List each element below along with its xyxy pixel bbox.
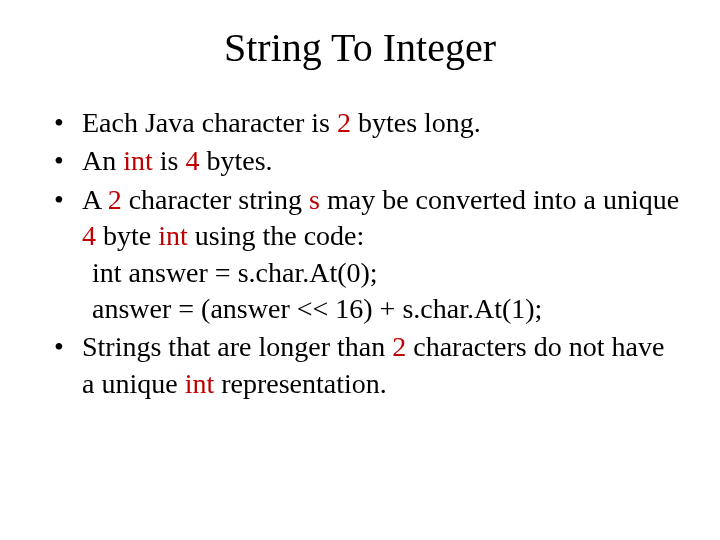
text: representation.	[214, 368, 387, 399]
highlight-number: 2	[108, 184, 122, 215]
highlight-keyword: int	[123, 145, 153, 176]
slide: String To Integer Each Java character is…	[0, 0, 720, 540]
highlight-keyword: int	[185, 368, 215, 399]
bullet-3: A 2 character string s may be converted …	[54, 182, 680, 328]
text: character string	[122, 184, 309, 215]
bullet-list: Each Java character is 2 bytes long. An …	[54, 105, 680, 402]
text: using the code:	[188, 220, 365, 251]
code-line-1: int answer = s.char.At(0);	[82, 255, 680, 291]
bullet-4: Strings that are longer than 2 character…	[54, 329, 680, 402]
slide-title: String To Integer	[40, 24, 680, 71]
text: A	[82, 184, 108, 215]
text: An	[82, 145, 123, 176]
text: bytes.	[199, 145, 272, 176]
highlight-number: 4	[185, 145, 199, 176]
code-line-2: answer = (answer << 16) + s.char.At(1);	[82, 291, 680, 327]
text: bytes long.	[351, 107, 481, 138]
highlight-keyword: int	[158, 220, 188, 251]
text: Each Java character is	[82, 107, 337, 138]
bullet-2: An int is 4 bytes.	[54, 143, 680, 179]
highlight-number: 4	[82, 220, 96, 251]
text: Strings that are longer than	[82, 331, 392, 362]
highlight-keyword: s	[309, 184, 320, 215]
text: is	[153, 145, 186, 176]
bullet-1: Each Java character is 2 bytes long.	[54, 105, 680, 141]
text: byte	[96, 220, 158, 251]
text: may be converted into a unique	[320, 184, 679, 215]
highlight-number: 2	[392, 331, 406, 362]
highlight-number: 2	[337, 107, 351, 138]
